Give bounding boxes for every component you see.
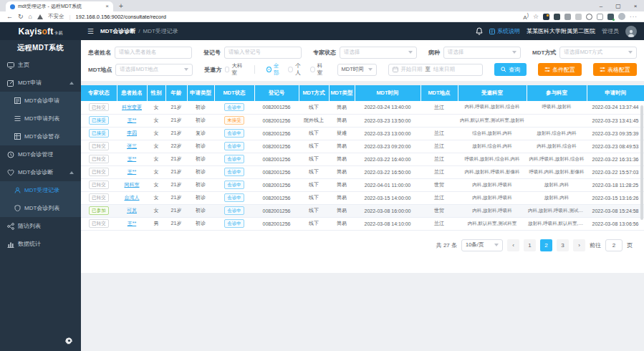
sidebar-item-mdt-consult-list[interactable]: MDT会诊列表 <box>0 199 81 217</box>
grid-icon <box>14 133 21 140</box>
back-icon[interactable]: ← <box>6 14 13 20</box>
minimize-icon[interactable]: – <box>592 0 610 11</box>
bell-icon[interactable] <box>476 27 483 35</box>
security-warning-icon[interactable] <box>37 14 43 19</box>
favorite-star-icon[interactable]: ☆ <box>533 14 539 20</box>
patient-name-link[interactable]: 同科室 <box>125 182 140 187</box>
sidebar-item-mdt-apply[interactable]: MDT申请 <box>0 74 81 92</box>
patient-name-link[interactable]: 科室变更 <box>122 105 142 110</box>
read-aloud-icon[interactable]: A) <box>523 12 529 21</box>
next-page-button[interactable]: › <box>573 239 585 251</box>
chevron-up-icon <box>69 171 74 174</box>
radio-department[interactable]: 科室 <box>310 62 326 77</box>
extensions-puzzle-icon[interactable] <box>607 14 614 20</box>
address-bar: ← ↻ ⌂ 不安全 | 192.168.0.156:9002/consultat… <box>0 11 644 22</box>
sidebar-item-mdt-record[interactable]: MDT受理记录 <box>0 181 81 199</box>
patient-name-link[interactable]: 台湾人 <box>125 195 140 200</box>
mdt-location-select[interactable]: 请选择MDT地点 <box>115 64 193 76</box>
breadcrumb-separator: / <box>138 28 140 34</box>
mdt-mode-select[interactable]: 请选择MDT方式 <box>559 47 637 59</box>
browser-tab[interactable]: mdt受理记录 - 远程MDT系统 × <box>6 1 113 11</box>
col-apply-type: 申请类型 <box>187 85 214 101</box>
close-icon[interactable]: × <box>627 0 644 11</box>
table-row: 已转交王**女21岁初诊会诊中0082001256线下简易2022-03-22 … <box>81 153 644 165</box>
disease-select[interactable]: 请选择 <box>443 47 521 59</box>
collapse-menu-icon[interactable]: ☰ <box>87 28 94 35</box>
status-badge: 已转交 <box>89 168 109 176</box>
page-button-1[interactable]: 1 <box>524 239 536 251</box>
extension-icon[interactable] <box>543 14 549 20</box>
sidebar-item-mdt-consult-draft[interactable]: MDT会诊暂存 <box>0 128 81 145</box>
patient-name-link[interactable]: 王** <box>128 117 136 122</box>
chevron-down-icon <box>368 68 373 71</box>
page-size-select[interactable]: 10条/页 <box>461 239 503 251</box>
patient-name-link[interactable]: 王** <box>128 221 136 226</box>
browser-chrome: mdt受理记录 - 远程MDT系统 × + – ▢ × ← ↻ ⌂ 不安全 | … <box>0 0 644 22</box>
system-help-link[interactable]: 系统说明 <box>489 27 520 35</box>
url-text[interactable]: 192.168.0.156:9002/consultate/record <box>76 14 166 20</box>
new-tab-button[interactable]: + <box>119 2 123 11</box>
search-button[interactable]: 查询 <box>494 63 527 76</box>
sidebar-item-mdt-consult-apply[interactable]: MDT会诊申请 <box>0 92 81 110</box>
page-button-2[interactable]: 2 <box>540 239 552 251</box>
radio-personal[interactable]: 个人 <box>288 62 304 77</box>
register-no-input[interactable]: 请输入登记号 <box>224 47 302 59</box>
user-role: 管理员 <box>602 27 619 35</box>
radio-all[interactable]: 全部 <box>266 62 282 77</box>
sidebar-item-mdt-manage[interactable]: MDT会诊管理 <box>0 145 81 163</box>
browser-menu-icon[interactable]: ··· <box>630 14 638 20</box>
extension-icon[interactable] <box>575 14 582 20</box>
goto-page-input[interactable] <box>605 239 623 251</box>
scrollbar-thumb[interactable] <box>640 105 643 220</box>
expert-status-select[interactable]: 请选择 <box>340 47 417 59</box>
chevron-up-icon <box>69 82 74 85</box>
refresh-icon[interactable]: ↻ <box>18 14 24 20</box>
status-badge: 未接受 <box>224 116 244 124</box>
extension-icon[interactable] <box>586 14 592 20</box>
mdt-mode-label: MDT方式 <box>532 49 556 57</box>
register-no-label: 登记号 <box>203 49 221 57</box>
extension-icon[interactable] <box>554 14 560 20</box>
sidebar-item-home[interactable]: 主页 <box>0 56 81 74</box>
condition-config-button[interactable]: 条件配置 <box>538 63 582 76</box>
bar-chart-icon <box>7 241 14 248</box>
table-row: 已参加可其女21岁初诊会诊中0082001256线下简易2022-03-08 1… <box>81 204 644 217</box>
browser-profile-avatar[interactable] <box>618 13 625 20</box>
time-type-select[interactable]: MDT时间 <box>337 64 377 76</box>
split-screen-icon[interactable] <box>597 14 603 20</box>
tab-close-icon[interactable]: × <box>105 4 109 9</box>
chevron-down-icon <box>494 244 499 246</box>
patient-name-link[interactable]: 王** <box>128 169 136 174</box>
settings-gear-icon[interactable] <box>65 337 73 346</box>
sidebar-item-followup-list[interactable]: 随访列表 <box>0 217 81 235</box>
search-icon <box>501 67 506 72</box>
filter-panel: 患者姓名 请输入患者姓名 登记号 请输入登记号 专家状态 请选择 病种 请选择 … <box>81 40 644 81</box>
chevron-down-icon <box>184 68 188 71</box>
sidebar-item-statistics[interactable]: 数据统计 <box>0 235 81 253</box>
col-mdt-mode: MDT方式 <box>299 85 329 101</box>
patient-name-link[interactable]: 李四 <box>127 130 137 135</box>
patient-name-link[interactable]: 可其 <box>127 208 137 213</box>
sidebar-item-mdt-apply-list[interactable]: MDT申请列表 <box>0 110 81 128</box>
date-range-picker[interactable]: 开始日期 至 结束日期 <box>388 64 483 76</box>
extension-icon[interactable] <box>564 14 571 20</box>
big-department-checkbox[interactable]: 大科室 <box>225 62 243 77</box>
patient-name-input[interactable]: 请输入患者姓名 <box>115 47 192 59</box>
table-config-button[interactable]: 表格配置 <box>593 63 637 76</box>
patient-name-link[interactable]: 王** <box>128 156 136 161</box>
prev-page-button[interactable]: ‹ <box>507 239 519 251</box>
status-badge: 会诊中 <box>224 193 244 201</box>
chevron-down-icon <box>628 51 633 54</box>
user-avatar[interactable] <box>625 26 637 37</box>
table-row: 已转交王**女21岁初诊会诊中0082001256线下简易2022-03-22 … <box>81 165 644 178</box>
col-apply-time: 申请时间 <box>587 85 644 101</box>
page-button-3[interactable]: 3 <box>557 239 569 251</box>
records-table: 专家状态 患者姓名 性别 年龄 申请类型 MDT状态 登记号 MDT方式 MDT… <box>81 85 644 231</box>
maximize-icon[interactable]: ▢ <box>610 0 627 11</box>
sidebar-item-mdt-diagnosis[interactable]: MDT会诊诊断 <box>0 163 81 181</box>
patient-name-link[interactable]: 张三 <box>127 143 137 148</box>
col-age: 年龄 <box>165 85 187 101</box>
browser-home-icon[interactable]: ⌂ <box>29 14 32 20</box>
table-row: 已转交科室变更女21岁初诊会诊中0082001256线下简易2022-03-24… <box>81 101 644 114</box>
status-badge: 已转交 <box>89 181 109 188</box>
